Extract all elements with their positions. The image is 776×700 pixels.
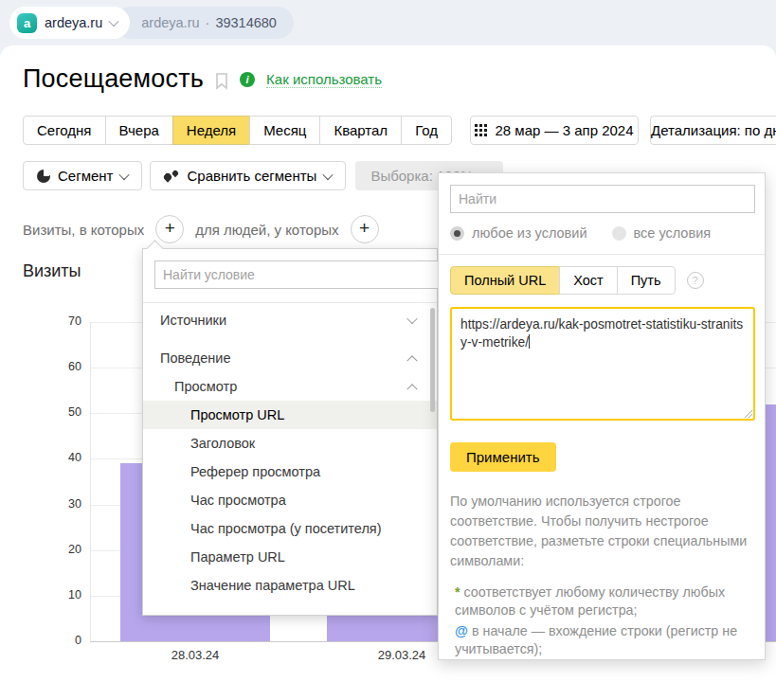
condition-item[interactable]: Параметр URL: [143, 543, 437, 571]
condition-item[interactable]: Заголовок: [143, 429, 437, 458]
yandex-metrica-page: a ardeya.ru ardeya.ru · 39314680 0102030…: [0, 0, 776, 700]
info-icon: i: [240, 72, 255, 87]
condition-item[interactable]: З: [143, 609, 437, 615]
rule-text: соответствует любому количеству любых си…: [455, 584, 725, 618]
chevron-up-icon: [406, 355, 417, 366]
page-title: Посещаемость: [23, 64, 204, 94]
condition-item-label: Час просмотра (у посетителя): [190, 521, 382, 536]
resize-handle-icon[interactable]: [743, 408, 752, 418]
compare-segments-label: Сравнить сегменты: [187, 168, 316, 184]
rule-item: * соответствует любому количеству любых …: [455, 583, 753, 619]
add-visit-condition-button[interactable]: +: [155, 215, 184, 243]
match-help-text: По умолчанию используется строгое соотве…: [450, 492, 751, 571]
y-axis-tick: 0: [38, 634, 81, 647]
url-tab-1[interactable]: Полный URL: [450, 266, 560, 295]
chart-title: Визиты: [23, 261, 81, 281]
y-axis-tick: 50: [38, 405, 81, 419]
condition-item-label: Поведение: [160, 350, 230, 366]
text-caret: [529, 334, 530, 349]
apply-button[interactable]: Применить: [450, 442, 556, 472]
rule-item: @ в начале — вхождение строки (регистр н…: [455, 622, 753, 658]
date-range-button[interactable]: 28 мар — 3 апр 2024: [470, 116, 639, 145]
divider: [439, 254, 765, 255]
special-symbols-list: * соответствует любому количеству любых …: [450, 583, 753, 660]
period-tab-1[interactable]: Сегодня: [23, 116, 106, 145]
counter-switcher[interactable]: a ardeya.ru: [9, 7, 130, 39]
find-input[interactable]: [450, 185, 755, 213]
condition-item[interactable]: Час просмотра (у посетителя): [143, 514, 437, 543]
period-tab-group: СегодняВчераНеделяМесяцКварталГод: [23, 116, 452, 145]
scrollbar-thumb[interactable]: [430, 308, 435, 412]
radio-icon: [612, 226, 626, 241]
segment-label: Сегмент: [58, 168, 113, 184]
chevron-down-icon: [119, 169, 130, 179]
counter-name: ardeya.ru: [45, 15, 102, 30]
condition-item-label: Значение параметра URL: [190, 578, 355, 593]
segment-button[interactable]: Сегмент: [23, 161, 142, 190]
condition-item-label: Просмотр URL: [190, 407, 284, 422]
condition-item[interactable]: Реферер просмотра: [143, 458, 437, 486]
period-tab-5[interactable]: Квартал: [319, 116, 402, 145]
condition-item-label: Источники: [160, 313, 226, 328]
condition-item[interactable]: Значение параметра URL: [143, 571, 437, 600]
radio-icon: [450, 226, 464, 241]
condition-item-label: Час просмотра: [190, 493, 286, 508]
condition-item[interactable]: Час просмотра: [143, 486, 437, 514]
divider: [143, 302, 437, 303]
x-axis-label: 29.03.24: [359, 648, 444, 662]
pie-chart-icon: [37, 170, 50, 183]
calendar-icon: [475, 124, 487, 136]
period-tab-2[interactable]: Вчера: [105, 116, 173, 145]
period-toolbar: СегодняВчераНеделяМесяцКварталГод 28 мар…: [23, 116, 776, 145]
y-axis-tick: 30: [38, 497, 81, 511]
chevron-down-icon: [109, 16, 119, 27]
url-tab-2[interactable]: Хост: [559, 266, 617, 295]
y-axis-tick: 70: [38, 314, 81, 328]
condition-item[interactable]: Источники: [143, 306, 437, 334]
radio-label: любое из условий: [472, 225, 587, 241]
y-axis-tick: 60: [38, 360, 81, 373]
url-condition-popup: любое из условийвсе условия Полный URLХо…: [438, 172, 766, 660]
condition-dropdown-panel: ИсточникиПоведениеПросмотрПросмотр URLЗа…: [142, 248, 438, 616]
y-axis-tick: 10: [38, 588, 81, 601]
period-tab-6[interactable]: Год: [401, 116, 452, 145]
period-tab-3[interactable]: Неделя: [172, 116, 250, 145]
match-mode-radios: любое из условийвсе условия: [450, 224, 753, 242]
filter-row: Визиты, в которых + для людей, у которых…: [23, 215, 379, 243]
condition-item-label: Параметр URL: [190, 549, 285, 565]
bookmark-icon[interactable]: [215, 73, 228, 90]
condition-search-input[interactable]: [154, 260, 441, 289]
detalization-button[interactable]: Детализация: по дням: [650, 116, 776, 145]
users-filter-label: для людей, у которых: [195, 222, 338, 238]
metrica-logo-icon: a: [17, 13, 37, 33]
rule-symbol: @: [455, 623, 468, 638]
condition-item[interactable]: Просмотр: [143, 372, 437, 401]
popup-pointer: [438, 408, 447, 425]
rule-text: в начале — вхождение строки (регистр не …: [455, 623, 737, 656]
visits-filter-label: Визиты, в которых: [23, 222, 144, 238]
how-to-use-link[interactable]: Как использовать: [266, 71, 382, 88]
detalization-label: Детализация: по дням: [651, 122, 776, 138]
condition-list: ИсточникиПоведениеПросмотрПросмотр URLЗа…: [143, 304, 437, 615]
compare-segments-button[interactable]: Сравнить сегменты: [150, 161, 346, 190]
condition-item[interactable]: Поведение: [143, 344, 437, 372]
y-axis-line: [90, 322, 91, 641]
url-textarea[interactable]: https://ardeya.ru/kak-posmotret-statisti…: [450, 307, 755, 421]
url-tab-3[interactable]: Путь: [617, 266, 676, 295]
condition-item-label: Реферер просмотра: [190, 464, 320, 479]
add-user-condition-button[interactable]: +: [351, 215, 379, 243]
x-axis-label: 28.03.24: [153, 648, 238, 662]
y-axis-tick: 20: [38, 543, 81, 556]
segment-toolbar: Сегмент Сравнить сегменты Выборка: 100%: [23, 161, 503, 190]
help-icon[interactable]: ?: [687, 272, 704, 289]
y-axis-tick: 40: [38, 451, 81, 464]
period-tab-4[interactable]: Месяц: [249, 116, 320, 145]
condition-item-label: Просмотр: [174, 379, 237, 394]
date-range-label: 28 мар — 3 апр 2024: [495, 122, 633, 138]
url-value: https://ardeya.ru/kak-posmotret-statisti…: [460, 317, 743, 350]
match-mode-radio-2[interactable]: все условия: [612, 225, 712, 241]
condition-item-label: Заголовок: [190, 436, 255, 451]
chevron-up-icon: [406, 384, 417, 394]
condition-item[interactable]: Просмотр URL: [143, 401, 437, 429]
match-mode-radio-1[interactable]: любое из условий: [450, 225, 587, 241]
